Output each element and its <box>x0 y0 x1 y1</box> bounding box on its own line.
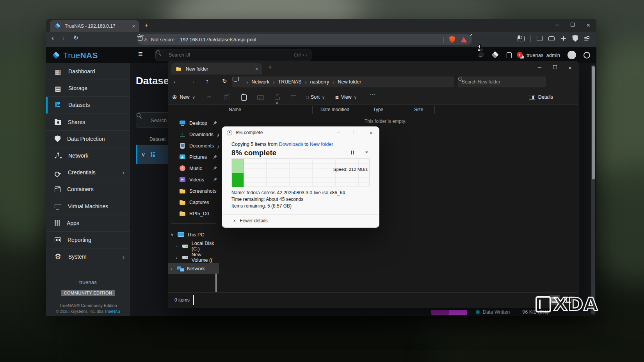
nav-item-music[interactable]: Music <box>168 163 219 174</box>
reload-icon[interactable]: ↻ <box>73 34 78 41</box>
fewer-details-button[interactable]: ∧ Fewer details <box>233 218 268 224</box>
dataset-tree-icon <box>150 151 157 158</box>
breadcrumb-item[interactable]: nasberry <box>310 79 329 85</box>
command-button[interactable] <box>286 92 302 103</box>
jobs-clipboard-icon[interactable] <box>507 52 512 58</box>
sidebar-item-credentials[interactable]: Credentials › <box>46 164 130 181</box>
power-icon[interactable] <box>584 52 590 59</box>
dialog-minimize-button[interactable]: ─ <box>337 130 340 135</box>
brave-shield-icon[interactable] <box>449 36 455 43</box>
tree-chevron-icon[interactable]: › <box>176 244 179 248</box>
breadcrumb-item[interactable]: New folder <box>338 79 361 85</box>
user-avatar[interactable] <box>568 51 576 59</box>
new-tab-button[interactable]: + <box>144 21 148 29</box>
new-button[interactable]: ⊕ New ∨ <box>172 92 195 102</box>
forward-icon[interactable]: → <box>189 78 195 84</box>
view-button[interactable]: ≡ View ∨ <box>335 92 357 102</box>
nav-item-rpi5-d0[interactable]: RPI5_D0 <box>168 208 219 219</box>
back-icon[interactable]: ← <box>173 78 179 84</box>
sidebar-item-network[interactable]: Network <box>46 147 130 164</box>
breadcrumb-item[interactable]: Network <box>251 79 269 85</box>
command-button[interactable] <box>235 92 252 103</box>
column-header-size[interactable]: Size <box>406 106 435 114</box>
breadcrumb[interactable]: › Network › TRUENAS › nasberry › <box>232 76 454 87</box>
address-bar[interactable]: ⚠ Not secure 192.168.0.17/ui/datasets/ra… <box>137 34 472 45</box>
wallet-icon[interactable] <box>548 36 555 41</box>
sidebar-item-shares[interactable]: Shares <box>46 114 130 131</box>
explorer-close-button[interactable]: × <box>568 64 572 71</box>
nav-item-videos[interactable]: Videos <box>168 174 219 185</box>
truenas-logo[interactable]: TrueNAS <box>52 51 98 60</box>
destination-folder-link[interactable]: New folder <box>310 142 333 147</box>
tree-item-this-pc[interactable]: ∨ This PC <box>168 229 219 240</box>
pause-button[interactable] <box>349 150 356 156</box>
up-icon[interactable]: ↑ <box>206 78 209 84</box>
tree-chevron-icon[interactable]: ∨ <box>171 232 174 237</box>
sidebar-item-data-protection[interactable]: Data Protection <box>46 131 130 147</box>
tree-item-local-disk-c-[interactable]: › Local Disk (C:) <box>168 240 219 252</box>
command-button[interactable] <box>219 92 235 103</box>
source-folder-link[interactable]: Downloads <box>279 142 303 147</box>
browser-minimize-button[interactable]: ─ <box>555 22 559 28</box>
truenas-search-input[interactable]: Search UI Ctrl + / <box>155 50 311 60</box>
scrollbar-thumb[interactable] <box>592 66 595 179</box>
sidebar-item-dashboard[interactable]: Dashboard <box>46 63 130 80</box>
details-view-toggle[interactable] <box>549 295 560 305</box>
column-header-type[interactable]: Type <box>365 106 406 114</box>
sidebar-toggle-icon[interactable] <box>537 36 543 41</box>
dialog-maximize-button[interactable] <box>354 130 357 135</box>
command-button[interactable] <box>252 92 269 103</box>
leo-ai-icon[interactable] <box>560 35 566 41</box>
sidebar-item-virtual-machines[interactable]: Virtual Machines <box>46 198 130 215</box>
truenas-mark-icon[interactable] <box>491 51 499 59</box>
breadcrumb-item[interactable]: TRUENAS <box>278 79 302 85</box>
back-icon[interactable]: ‹ <box>52 34 54 42</box>
forward-icon[interactable]: › <box>62 34 65 42</box>
nav-item-downloads[interactable]: Downloads <box>168 129 219 140</box>
dialog-close-button[interactable]: × <box>370 130 373 136</box>
details-button[interactable]: Details <box>529 92 553 102</box>
sort-button[interactable]: ↑↓ Sort ∨ <box>306 92 325 102</box>
nav-item-pictures[interactable]: Pictures <box>168 151 219 163</box>
browser-close-button[interactable]: × <box>587 22 590 29</box>
column-header-name[interactable]: Name <box>221 106 313 114</box>
nav-item-captures[interactable]: Captures <box>168 197 219 208</box>
explorer-search-input[interactable]: Search New folder <box>458 76 546 87</box>
explorer-tab[interactable]: New folder × <box>171 63 262 75</box>
sidebar-item-apps[interactable]: Apps <box>46 215 130 232</box>
tree-item-new-volume-[interactable]: › New Volume (( <box>168 252 219 263</box>
nav-item-documents[interactable]: Documents <box>168 140 219 151</box>
sidebar-item-reporting[interactable]: Reporting <box>46 232 130 248</box>
sidebar-item-datasets[interactable]: Datasets <box>46 97 130 114</box>
password-key-icon[interactable] <box>420 38 427 41</box>
page-scrollbar[interactable] <box>591 65 595 314</box>
tree-chevron-icon[interactable]: › <box>176 255 179 260</box>
brave-rewards-icon[interactable] <box>461 37 467 43</box>
chevron-down-icon[interactable]: ∨ <box>141 151 145 158</box>
browser-maximize-button[interactable] <box>571 22 575 28</box>
explorer-new-tab-button[interactable]: + <box>268 64 272 71</box>
command-button[interactable] <box>202 92 219 103</box>
browser-tab[interactable]: TrueNAS - 192.168.0.17 × <box>50 20 139 32</box>
tab-close-icon[interactable]: × <box>132 23 135 29</box>
explorer-minimize-button[interactable]: ─ <box>538 64 541 70</box>
nav-item-desktop[interactable]: Desktop <box>168 117 219 129</box>
cancel-copy-button[interactable]: × <box>365 149 368 155</box>
sidenav-toggle-icon[interactable]: ≡ <box>138 51 143 57</box>
more-options-icon[interactable]: ⋯ <box>370 91 375 98</box>
tree-item-network[interactable]: › Network <box>168 263 219 274</box>
share-icon[interactable] <box>432 37 438 43</box>
column-header-date-modified[interactable]: Date modified <box>313 106 365 114</box>
sidebar-item-system[interactable]: System › <box>46 248 130 265</box>
refresh-icon[interactable]: ↻ <box>222 78 227 85</box>
sidebar-item-storage[interactable]: Storage <box>46 80 130 97</box>
tree-chevron-icon[interactable]: › <box>171 266 174 271</box>
vpn-shield-icon[interactable] <box>572 35 578 42</box>
tab-close-icon[interactable]: × <box>255 66 258 72</box>
footer-truenas-link[interactable]: TrueNAS <box>104 309 120 314</box>
url-text[interactable]: 192.168.0.17/ui/datasets/raspi-pool <box>180 37 256 43</box>
nav-item-screenshots[interactable]: Screenshots <box>168 185 219 197</box>
explorer-maximize-button[interactable] <box>553 64 557 70</box>
thumbnail-view-toggle[interactable] <box>562 295 573 305</box>
sidebar-item-containers[interactable]: Containers <box>46 181 130 198</box>
